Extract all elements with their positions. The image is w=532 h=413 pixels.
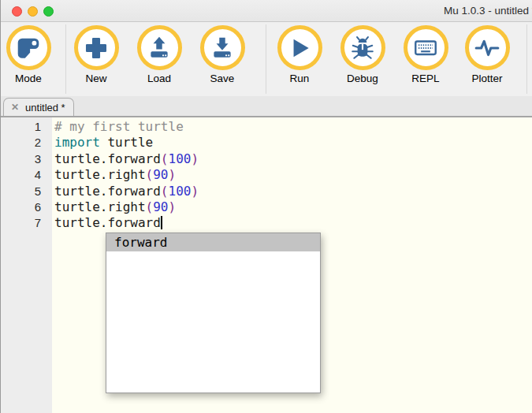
- plotter-button-label: Plotter: [456, 73, 519, 84]
- download-icon: [200, 25, 245, 70]
- upload-icon: [137, 25, 182, 70]
- code-line: turtle.right(90): [54, 199, 532, 215]
- autocomplete-popup: forward: [106, 233, 321, 393]
- line-number: 6: [1, 199, 52, 215]
- line-number: 1: [1, 119, 52, 135]
- repl-button[interactable]: REPL: [394, 25, 457, 84]
- tab-close-icon[interactable]: ✕: [11, 102, 19, 113]
- window-title: Mu 1.0.3 - untitled *: [444, 0, 532, 21]
- line-number-gutter: 1234567: [1, 117, 52, 413]
- code-line: turtle.forward(100): [54, 151, 532, 167]
- new-button-label: New: [65, 73, 128, 84]
- mode-button-label: Mode: [0, 73, 60, 84]
- mode-button[interactable]: Mode: [0, 25, 60, 84]
- run-button[interactable]: Run: [268, 25, 331, 84]
- repl-button-label: REPL: [394, 73, 457, 84]
- save-button[interactable]: Save: [191, 25, 254, 84]
- close-window-button[interactable]: [12, 6, 22, 17]
- line-number: 7: [1, 215, 52, 231]
- line-number: 3: [1, 151, 52, 167]
- zoom-window-button[interactable]: [43, 6, 54, 17]
- line-number: 5: [1, 184, 52, 199]
- code-editor[interactable]: 1234567 # my first turtleimport turtletu…: [1, 117, 532, 413]
- line-number: 4: [1, 167, 52, 183]
- autocomplete-item-forward[interactable]: forward: [106, 233, 320, 251]
- load-button[interactable]: Load: [128, 25, 191, 84]
- plotter-button[interactable]: Plotter: [456, 25, 519, 84]
- debug-button[interactable]: Debug: [331, 25, 394, 84]
- code-line: turtle.forward: [54, 215, 532, 231]
- toolbar-separator: [266, 24, 266, 94]
- code-line: import turtle: [54, 135, 532, 151]
- toolbar-separator: [526, 24, 527, 94]
- traffic-lights: [12, 6, 54, 17]
- tab-untitled[interactable]: ✕ untitled *: [3, 98, 74, 116]
- code-line: turtle.forward(100): [54, 184, 532, 199]
- titlebar: Mu 1.0.3 - untitled *: [1, 0, 532, 22]
- text-caret: [161, 216, 162, 229]
- debug-button-label: Debug: [331, 73, 394, 84]
- code-lines[interactable]: # my first turtleimport turtleturtle.for…: [52, 117, 532, 232]
- play-icon: [277, 25, 322, 70]
- code-line: turtle.right(90): [54, 167, 532, 183]
- run-button-label: Run: [268, 73, 331, 84]
- plus-icon: [74, 25, 119, 70]
- code-line: # my first turtle: [54, 119, 532, 135]
- new-button[interactable]: New: [65, 25, 128, 84]
- line-number: 2: [1, 135, 52, 151]
- keyboard-icon: [404, 25, 448, 70]
- mu-editor-window: Mu 1.0.3 - untitled * Mode New Load: [0, 0, 532, 413]
- pulse-icon: [465, 25, 510, 70]
- tab-bar: ✕ untitled *: [1, 96, 532, 117]
- mu-mode-icon: [6, 25, 51, 70]
- bug-icon: [340, 25, 385, 70]
- tab-label: untitled *: [25, 102, 65, 113]
- minimize-window-button[interactable]: [28, 6, 38, 17]
- save-button-label: Save: [191, 73, 254, 84]
- toolbar: Mode New Load Save Run: [1, 22, 532, 96]
- load-button-label: Load: [128, 73, 191, 84]
